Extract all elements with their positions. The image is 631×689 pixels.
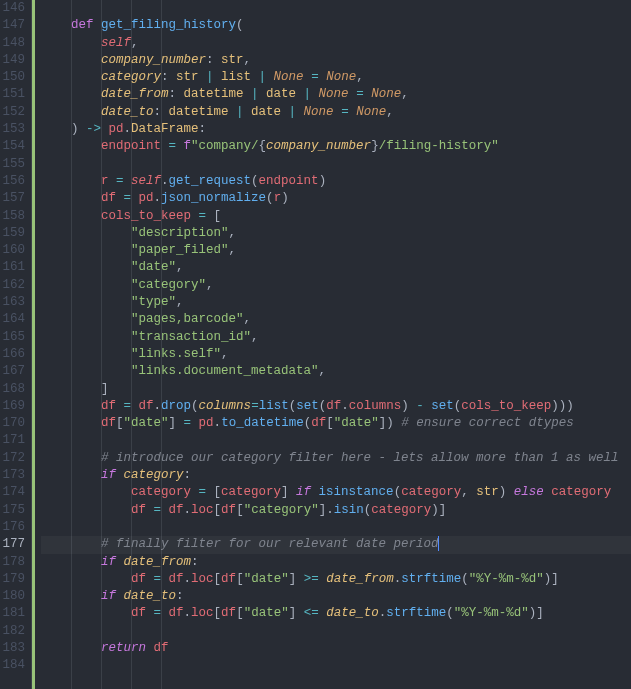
token-op: |	[251, 70, 274, 84]
token-punc: ]	[101, 382, 109, 396]
code-line[interactable]	[41, 156, 631, 173]
token-punc: )	[71, 122, 86, 136]
code-line[interactable]: "pages,barcode",	[41, 311, 631, 328]
token-punc: (	[394, 485, 402, 499]
token-op: <=	[304, 606, 327, 620]
code-line[interactable]: cols_to_keep = [	[41, 208, 631, 225]
token-type: list	[221, 70, 251, 84]
code-line[interactable]: "transaction_id",	[41, 329, 631, 346]
code-line[interactable]: if date_from:	[41, 554, 631, 571]
token-punc	[41, 70, 101, 84]
code-line[interactable]	[41, 519, 631, 536]
token-var: df	[221, 503, 236, 517]
code-line[interactable]: df = df.loc[df["date"] <= date_to.strfti…	[41, 605, 631, 622]
token-punc: [	[214, 485, 222, 499]
token-type: date	[251, 105, 281, 119]
line-number: 174	[0, 484, 27, 501]
code-line[interactable]: "paper_filed",	[41, 242, 631, 259]
token-punc	[41, 226, 131, 240]
token-op: =	[154, 572, 169, 586]
token-punc: ,	[401, 87, 409, 101]
token-param: company_number	[266, 139, 371, 153]
token-punc: }	[371, 139, 379, 153]
token-punc: )]	[544, 572, 559, 586]
code-line[interactable]: "description",	[41, 225, 631, 242]
token-punc	[41, 468, 101, 482]
token-str: /filing-history"	[379, 139, 499, 153]
token-punc	[41, 364, 131, 378]
code-line[interactable]: df["date"] = pd.to_datetime(df["date"]) …	[41, 415, 631, 432]
code-line[interactable]: "links.self",	[41, 346, 631, 363]
line-number: 171	[0, 432, 27, 449]
token-var: cols_to_keep	[461, 399, 551, 413]
code-line[interactable]: r = self.get_request(endpoint)	[41, 173, 631, 190]
line-number: 147	[0, 17, 27, 34]
token-punc: :	[169, 87, 184, 101]
token-punc	[41, 105, 101, 119]
token-punc: [	[116, 416, 124, 430]
token-punc: [	[214, 606, 222, 620]
code-line[interactable]: self,	[41, 35, 631, 52]
token-var: pd	[199, 416, 214, 430]
code-line[interactable]: df = df.drop(columns=list(set(df.columns…	[41, 398, 631, 415]
token-punc	[41, 312, 131, 326]
code-line[interactable]: ]	[41, 381, 631, 398]
token-op: >=	[304, 572, 327, 586]
code-line[interactable]: date_to: datetime | date | None = None,	[41, 104, 631, 121]
token-var: category	[401, 485, 461, 499]
token-punc: :	[176, 589, 184, 603]
code-line[interactable]: date_from: datetime | date | None = None…	[41, 86, 631, 103]
token-punc	[41, 347, 131, 361]
code-line[interactable]: # introduce our category filter here - l…	[41, 450, 631, 467]
token-param: date_to	[101, 105, 154, 119]
code-line[interactable]: endpoint = f"company/{company_number}/fi…	[41, 138, 631, 155]
token-punc	[41, 485, 131, 499]
token-var: category	[131, 485, 199, 499]
code-line[interactable]: return df	[41, 640, 631, 657]
code-line[interactable]: # finally filter for our relevant date p…	[41, 536, 631, 553]
token-op: =	[251, 399, 259, 413]
token-punc: (	[236, 18, 244, 32]
code-line[interactable]	[41, 657, 631, 674]
code-line[interactable]: "type",	[41, 294, 631, 311]
token-punc: :	[154, 105, 169, 119]
token-kw2: if	[101, 468, 124, 482]
token-punc: ,	[461, 485, 476, 499]
token-fn: get_filing_history	[101, 18, 236, 32]
token-op: =	[199, 209, 214, 223]
token-var: df	[101, 191, 124, 205]
code-line[interactable]: if date_to:	[41, 588, 631, 605]
line-number: 150	[0, 69, 27, 86]
code-line[interactable]: df = df.loc[df["category"].isin(category…	[41, 502, 631, 519]
token-op: =	[116, 174, 131, 188]
code-line[interactable]: "links.document_metadata",	[41, 363, 631, 380]
token-punc	[41, 139, 101, 153]
token-str: "links.document_metadata"	[131, 364, 319, 378]
code-line[interactable]: ) -> pd.DataFrame:	[41, 121, 631, 138]
code-line[interactable]: "date",	[41, 259, 631, 276]
code-line[interactable]: "category",	[41, 277, 631, 294]
code-editor[interactable]: 1461471481491501511521531541551561571581…	[0, 0, 631, 689]
token-const: None	[274, 70, 304, 84]
token-punc: .	[124, 122, 132, 136]
code-area[interactable]: def get_filing_history( self, company_nu…	[37, 0, 631, 689]
token-var: pd	[109, 122, 124, 136]
token-fn: drop	[161, 399, 191, 413]
code-line[interactable]: df = df.loc[df["date"] >= date_from.strf…	[41, 571, 631, 588]
line-number: 148	[0, 35, 27, 52]
line-number: 164	[0, 311, 27, 328]
token-var: endpoint	[259, 174, 319, 188]
code-line[interactable]	[41, 0, 631, 17]
code-line[interactable]: def get_filing_history(	[41, 17, 631, 34]
token-str: "date"	[131, 260, 176, 274]
code-line[interactable]: if category:	[41, 467, 631, 484]
code-line[interactable]: df = pd.json_normalize(r)	[41, 190, 631, 207]
token-op: ->	[86, 122, 109, 136]
line-number: 173	[0, 467, 27, 484]
code-line[interactable]	[41, 432, 631, 449]
token-op: =	[349, 87, 372, 101]
code-line[interactable]: category = [category] if isinstance(cate…	[41, 484, 631, 501]
code-line[interactable]	[41, 623, 631, 640]
code-line[interactable]: category: str | list | None = None,	[41, 69, 631, 86]
code-line[interactable]: company_number: str,	[41, 52, 631, 69]
